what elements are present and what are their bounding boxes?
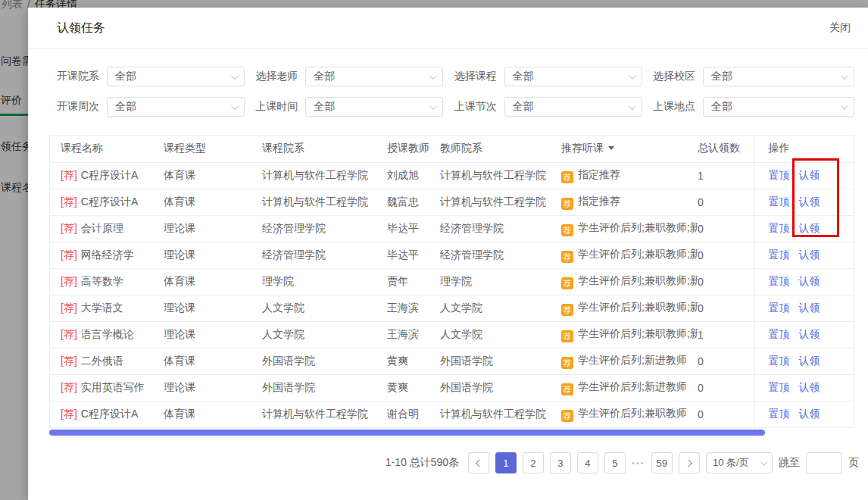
recommend-text: 学生评价后列;新进教师 <box>578 380 687 392</box>
recommend-badge-icon: 荐 <box>561 277 573 289</box>
pin-top-link[interactable]: 置顶 <box>769 169 790 181</box>
recommend-text: 学生评价后列;兼职教师 <box>578 407 687 419</box>
claim-link[interactable]: 认领 <box>799 355 820 367</box>
filter-group: 上课时间 全部 <box>255 97 443 117</box>
pin-top-link[interactable]: 置顶 <box>769 248 790 261</box>
filter-select[interactable]: 全部 <box>703 67 854 86</box>
pin-top-link[interactable]: 置顶 <box>769 275 790 287</box>
page-number-button[interactable]: 2 <box>523 452 544 473</box>
course-name: C程序设计A <box>81 169 138 181</box>
cell-teacher-dept: 外国语学院 <box>440 374 561 401</box>
recommend-text: 学生评价后列;兼职教师;新.. <box>578 327 698 339</box>
filter-select-value: 全部 <box>711 70 732 83</box>
cell-actions: 置顶认领 <box>754 321 854 348</box>
claim-link[interactable]: 认领 <box>799 248 820 261</box>
table-row: [荐]C程序设计A 体育课 计算机与软件工程学院 魏富忠 计算机与软件工程学院 … <box>50 189 854 215</box>
recommend-badge-icon: 荐 <box>561 383 573 395</box>
filter-select[interactable]: 全部 <box>504 97 642 117</box>
cell-actions: 置顶认领 <box>754 242 854 268</box>
page-size-select[interactable]: 10 条/页 <box>706 452 773 473</box>
filter-select[interactable]: 全部 <box>504 67 642 86</box>
cell-course-name: [荐]网络经济学 <box>50 242 164 268</box>
pin-top-link[interactable]: 置顶 <box>769 222 790 234</box>
filter-select[interactable]: 全部 <box>107 67 245 86</box>
cell-course-name: [荐]C程序设计A <box>50 162 164 189</box>
pin-top-link[interactable]: 置顶 <box>769 195 790 208</box>
jump-page-input[interactable] <box>806 452 842 473</box>
claim-link[interactable]: 认领 <box>799 195 820 208</box>
recommend-badge-icon: 荐 <box>561 330 573 342</box>
next-page-button[interactable] <box>679 452 700 473</box>
filter-select[interactable]: 全部 <box>107 97 245 117</box>
pin-top-link[interactable]: 置顶 <box>769 408 790 420</box>
cell-course-dept: 人文学院 <box>262 295 387 321</box>
cell-teacher: 王海滨 <box>387 295 440 321</box>
claim-link[interactable]: 认领 <box>799 381 820 393</box>
cell-recommend: 荐学生评价后列;兼职教师;新.. <box>561 215 698 242</box>
cell-teacher-dept: 理学院 <box>440 268 561 295</box>
table-row: [荐]语言学概论 理论课 人文学院 王海滨 人文学院 荐学生评价后列;兼职教师;… <box>50 321 854 348</box>
filter-select[interactable]: 全部 <box>305 97 443 117</box>
col-header-course-dept: 课程院系 <box>262 136 387 162</box>
pin-top-link[interactable]: 置顶 <box>769 381 790 393</box>
page-number-button[interactable]: 5 <box>604 452 626 473</box>
cell-course-name: [荐]实用英语写作 <box>50 374 164 401</box>
sort-caret-icon[interactable] <box>608 146 614 150</box>
last-page-button[interactable]: 59 <box>651 452 673 473</box>
table-row: [荐]会计原理 理论课 经济管理学院 毕达平 经济管理学院 荐学生评价后列;兼职… <box>50 215 854 242</box>
pin-top-link[interactable]: 置顶 <box>769 328 790 340</box>
page-number-button[interactable]: 1 <box>495 452 517 473</box>
cell-course-name: [荐]C程序设计A <box>50 189 164 215</box>
chevron-down-icon <box>429 72 437 80</box>
cell-teacher-dept: 人文学院 <box>440 321 561 348</box>
cell-course-type: 体育课 <box>164 348 262 374</box>
page-number-button[interactable]: 4 <box>577 452 598 473</box>
recommend-badge-icon: 荐 <box>561 198 573 210</box>
cell-teacher-dept: 经济管理学院 <box>440 215 561 242</box>
recommended-tag: [荐] <box>61 302 77 314</box>
claim-link[interactable]: 认领 <box>799 328 820 340</box>
col-header-teacher: 授课教师 <box>387 136 440 162</box>
table-row: [荐]大学语文 理论课 人文学院 王海滨 人文学院 荐学生评价后列;兼职教师;新… <box>50 295 854 321</box>
cell-actions: 置顶认领 <box>754 348 854 374</box>
page-number-button[interactable]: 3 <box>550 452 571 473</box>
pagination-ellipsis[interactable]: ••• <box>632 458 645 467</box>
cell-teacher-dept: 计算机与软件工程学院 <box>440 162 561 189</box>
pin-top-link[interactable]: 置顶 <box>769 302 790 314</box>
course-name: C程序设计A <box>81 195 138 208</box>
pin-top-link[interactable]: 置顶 <box>769 355 790 367</box>
claim-link[interactable]: 认领 <box>799 302 820 314</box>
cell-actions: 置顶认领 <box>754 268 854 295</box>
claim-link[interactable]: 认领 <box>799 222 820 234</box>
cell-course-type: 理论课 <box>164 215 262 242</box>
pagination: 1-10 总计590条 1 2 3 4 5 ••• 59 10 条/页 跳至 页 <box>28 436 868 473</box>
filter-group: 开课院系 全部 <box>57 67 245 86</box>
recommend-badge-icon: 荐 <box>561 171 573 183</box>
course-table: 课程名称 课程类型 课程院系 授课教师 教师院系 推荐听课 总认领数 操作 [荐… <box>49 135 854 428</box>
cell-course-type: 理论课 <box>164 374 262 401</box>
cell-claims: 1 <box>698 321 754 348</box>
cell-course-dept: 人文学院 <box>262 321 387 348</box>
cell-claims: 0 <box>698 215 754 242</box>
filter-select-value: 全部 <box>711 100 732 114</box>
horizontal-scrollbar <box>49 430 854 436</box>
filter-select[interactable]: 全部 <box>703 97 854 117</box>
filter-select[interactable]: 全部 <box>305 67 443 86</box>
recommend-text: 指定推荐 <box>578 168 620 180</box>
col-header-recommend: 推荐听课 <box>561 136 698 162</box>
claim-link[interactable]: 认领 <box>799 408 820 420</box>
cell-course-name: [荐]二外俄语 <box>50 348 164 374</box>
scrollbar-thumb[interactable] <box>49 430 765 436</box>
close-button[interactable]: 关闭 <box>829 21 851 35</box>
claim-link[interactable]: 认领 <box>799 169 820 181</box>
cell-course-dept: 计算机与软件工程学院 <box>262 401 387 427</box>
claim-link[interactable]: 认领 <box>799 275 820 287</box>
cell-teacher-dept: 计算机与软件工程学院 <box>440 401 561 427</box>
cell-recommend: 荐学生评价后列;兼职教师;新.. <box>561 242 698 268</box>
cell-course-dept: 外国语学院 <box>262 348 387 374</box>
chevron-down-icon <box>629 102 636 110</box>
prev-page-button[interactable] <box>468 452 489 473</box>
filter-select-value: 全部 <box>513 100 534 114</box>
recommend-badge-icon: 荐 <box>561 410 573 422</box>
page-unit-label: 页 <box>848 456 859 470</box>
